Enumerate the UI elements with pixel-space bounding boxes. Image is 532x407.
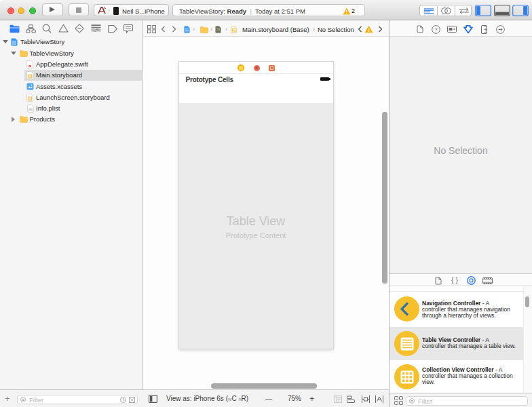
svg-text:?: ? [434,26,438,33]
svg-text:{ }: { } [451,277,458,284]
svg-text:!: ! [368,27,370,33]
svg-text:!: ! [346,9,347,14]
